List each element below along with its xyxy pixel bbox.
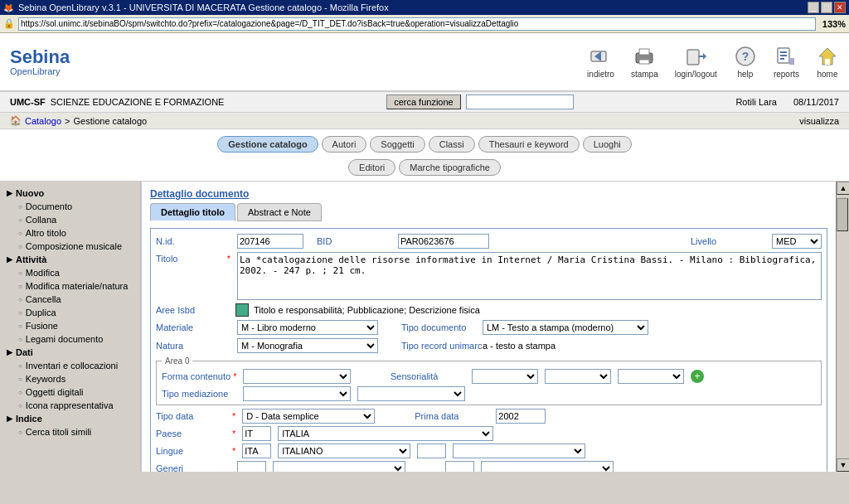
livello-label: Livello [691, 236, 765, 246]
tab-thesauri[interactable]: Thesauri e keyword [478, 136, 580, 153]
sidebar-section-dati[interactable]: ▶ Dati [0, 346, 140, 359]
scroll-up-button[interactable]: ▲ [837, 182, 849, 195]
sidebar-item-modifica[interactable]: ○ Modifica [0, 266, 140, 279]
breadcrumb-gestione[interactable]: Gestione catalogo [73, 116, 147, 126]
tab-editori[interactable]: Editori [348, 159, 395, 176]
sidebar-item-altro-titolo[interactable]: ○ Altro titolo [0, 226, 140, 240]
tab-classi[interactable]: Classi [429, 136, 475, 153]
nid-input[interactable] [237, 234, 303, 249]
nav-help[interactable]: ? help [734, 45, 757, 79]
bid-label: BID [317, 236, 391, 246]
tab-luoghi[interactable]: Luoghi [583, 136, 632, 153]
tab-autori[interactable]: Autori [322, 136, 367, 153]
isbd-icon[interactable] [235, 303, 249, 317]
restore-button[interactable]: □ [821, 2, 832, 13]
breadcrumb-catalogo[interactable]: Catalogo [25, 116, 61, 126]
forma-contenuto-select[interactable] [243, 369, 351, 384]
sidebar-item-inventari[interactable]: ○ Inventari e collocazioni [0, 359, 140, 372]
section-title: Dettaglio documento [150, 188, 827, 200]
lingue-extra-code[interactable] [417, 443, 446, 458]
sidebar-item-icona[interactable]: ○ Icona rappresentativa [0, 399, 140, 412]
tab-marche[interactable]: Marche tipografiche [399, 159, 501, 176]
natura-select[interactable]: M - Monografia [237, 338, 378, 353]
tipo-mediazione-select2[interactable] [357, 386, 465, 401]
lingue-label: Lingue [156, 446, 230, 456]
nav-home-label: home [817, 70, 837, 79]
sensorialita-select2[interactable] [545, 369, 611, 384]
generi-input[interactable] [237, 461, 266, 472]
area0-legend: Area 0 [162, 356, 192, 366]
svg-rect-12 [780, 55, 787, 56]
sensorialita-add-button[interactable]: + [691, 370, 704, 383]
sidebar-item-documento[interactable]: ○ Documento [0, 200, 140, 213]
logo-main: Sebina [10, 48, 70, 66]
tipo-documento-select[interactable]: LM - Testo a stampa (moderno) [483, 320, 648, 335]
tab-gestione-catalogo[interactable]: Gestione catalogo [217, 136, 318, 153]
sidebar-item-duplica[interactable]: ○ Duplica [0, 306, 140, 319]
current-date: 08/11/2017 [793, 97, 839, 107]
nuovo-arrow: ▶ [7, 189, 12, 197]
sidebar-item-oggetti-digitali[interactable]: ○ Oggetti digitali [0, 385, 140, 399]
paese-select[interactable]: ITALIA [278, 426, 493, 441]
lingue-code-input[interactable] [242, 443, 271, 458]
sidebar-section-attivita[interactable]: ▶ Attività [0, 253, 140, 266]
sidebar-item-composizione[interactable]: ○ Composizione musicale [0, 240, 140, 253]
tab-soggetti[interactable]: Soggetti [370, 136, 424, 153]
nav-home[interactable]: home [816, 45, 839, 79]
sidebar-item-legami[interactable]: ○ Legami documento [0, 332, 140, 346]
scrollbar[interactable]: ▲ ▼ [836, 182, 849, 472]
sidebar-item-fusione[interactable]: ○ Fusione [0, 319, 140, 332]
nav-indietro[interactable]: indietro [587, 45, 614, 79]
sidebar-item-cerca-titoli[interactable]: ○ Cerca titoli simili [0, 425, 140, 439]
tipo-mediazione-select[interactable] [243, 386, 351, 401]
svg-marker-7 [703, 53, 706, 60]
sidebar-item-modifica-materiale[interactable]: ○ Modifica materiale/natura [0, 279, 140, 293]
nav-login-label: login/logout [675, 70, 717, 79]
indice-label: Indice [16, 414, 42, 424]
generi-select[interactable] [273, 461, 405, 472]
institution-bar: UMC-SF SCIENZE EDUCAZIONE E FORMAZIONE c… [0, 91, 849, 113]
bid-input[interactable] [398, 234, 489, 249]
sensorialita-select3[interactable] [618, 369, 684, 384]
home-icon[interactable]: 🏠 [10, 115, 22, 126]
lingue-select[interactable]: ITALIANO [278, 443, 410, 458]
logo: Sebina OpenLibrary [10, 48, 70, 76]
area0-fieldset: Area 0 Forma contenuto * Sensorialità + … [156, 356, 822, 405]
sidebar-item-keywords[interactable]: ○ Keywords [0, 372, 140, 385]
nav-stampa[interactable]: stampa [631, 45, 658, 79]
sensorialita-label: Sensorialità [391, 371, 465, 381]
nav-login-logout[interactable]: login/logout [675, 45, 717, 79]
generi-extra-select[interactable] [481, 461, 614, 472]
titolo-textarea[interactable]: La *catalogazione delle risorse informat… [237, 252, 822, 300]
tipo-documento-label: Tipo documento [401, 322, 476, 332]
sidebar-item-cancella[interactable]: ○ Cancella [0, 293, 140, 306]
inner-tab-abstract[interactable]: Abstract e Note [237, 203, 322, 221]
scroll-thumb[interactable] [837, 198, 848, 231]
inner-tabs: Dettaglio titolo Abstract e Note [150, 203, 827, 221]
address-input[interactable] [18, 17, 816, 31]
materiale-select[interactable]: M - Libro moderno [237, 320, 378, 335]
content-area: Dettaglio documento Dettaglio titolo Abs… [141, 182, 836, 472]
main-layout: ▶ Nuovo ○ Documento ○ Collana ○ Altro ti… [0, 182, 849, 472]
close-button[interactable]: ✕ [834, 2, 846, 13]
scroll-down-button[interactable]: ▼ [837, 458, 849, 472]
tipo-data-select[interactable]: D - Data semplice [242, 409, 375, 424]
sidebar-section-nuovo[interactable]: ▶ Nuovo [0, 187, 140, 200]
lingue-extra-select[interactable] [453, 443, 585, 458]
svg-rect-5 [687, 50, 699, 65]
sidebar-section-indice[interactable]: ▶ Indice [0, 412, 140, 425]
sidebar-item-collana[interactable]: ○ Collana [0, 213, 140, 226]
svg-rect-11 [780, 51, 787, 53]
generi-extra-input[interactable] [445, 461, 474, 472]
paese-code-input[interactable] [242, 426, 271, 441]
search-top-input[interactable] [466, 94, 574, 109]
nav-reports[interactable]: reports [774, 45, 799, 79]
cerca-funzione-button[interactable]: cerca funzione [386, 94, 461, 109]
institution-code: UMC-SF [10, 97, 46, 107]
sensorialita-select1[interactable] [472, 369, 538, 384]
prima-data-input[interactable] [496, 409, 546, 424]
livello-select[interactable]: MED [772, 234, 822, 249]
inner-tab-dettaglio[interactable]: Dettaglio titolo [150, 203, 235, 221]
titolo-required: * [227, 254, 230, 264]
minimize-button[interactable]: _ [808, 2, 819, 13]
